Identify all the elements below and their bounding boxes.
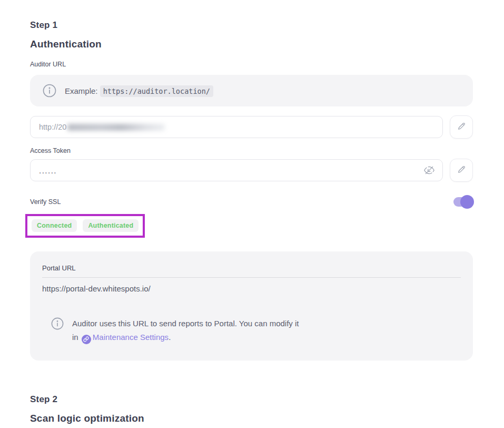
auditor-url-input[interactable]: http://20 (30, 116, 443, 138)
access-token-label: Access Token (30, 147, 473, 154)
eye-off-icon[interactable] (424, 165, 434, 176)
maintenance-settings-link[interactable]: Maintenance Settings (93, 333, 169, 342)
example-text: Example: https://auditor.location/ (65, 86, 213, 95)
verify-ssl-row: Verify SSL (30, 197, 473, 207)
step2-title: Scan logic optimization (30, 413, 473, 424)
portal-url-label: Portal URL (42, 264, 461, 272)
access-token-row: ...... (30, 159, 473, 182)
link-icon (82, 335, 91, 344)
auditor-url-example-box: Example: https://auditor.location/ (30, 75, 473, 106)
toggle-knob (460, 195, 474, 209)
info-icon (43, 84, 56, 98)
pencil-icon (457, 122, 466, 133)
example-url-code: https://auditor.location/ (100, 85, 213, 97)
portal-note: Auditor uses this URL to send reports to… (51, 317, 461, 344)
status-badge-authenticated: Authenticated (83, 219, 139, 232)
info-icon (51, 317, 64, 330)
note-line1: Auditor uses this URL to send reports to… (72, 319, 299, 328)
step2-label: Step 2 (30, 394, 473, 405)
step1-title: Authentication (30, 38, 473, 50)
access-token-edit-button[interactable] (450, 159, 473, 182)
settings-page: Step 1 Authentication Auditor URL Exampl… (30, 20, 473, 424)
pencil-icon (457, 165, 466, 176)
portal-url-card: Portal URL https://portal-dev.whitespots… (30, 251, 473, 361)
auditor-url-label: Auditor URL (30, 61, 473, 68)
verify-ssl-label: Verify SSL (30, 198, 61, 206)
auditor-url-redacted-blur (67, 124, 165, 131)
auditor-url-edit-button[interactable] (450, 115, 473, 139)
note-suffix: . (169, 333, 171, 342)
access-token-masked-value: ...... (39, 166, 57, 175)
auditor-url-value: http://20 (39, 123, 66, 131)
example-prefix: Example: (65, 86, 98, 95)
portal-url-value: https://portal-dev.whitespots.io/ (42, 284, 461, 293)
auditor-url-row: http://20 (30, 115, 473, 139)
portal-note-text: Auditor uses this URL to send reports to… (72, 317, 299, 344)
verify-ssl-toggle[interactable] (453, 197, 473, 207)
step1-label: Step 1 (30, 20, 473, 31)
access-token-input[interactable]: ...... (30, 159, 443, 181)
note-line2-prefix: in (72, 333, 78, 342)
status-badge-connected: Connected (32, 219, 77, 232)
divider (42, 277, 461, 278)
annotation-highlight-box: Connected Authenticated (25, 214, 145, 238)
